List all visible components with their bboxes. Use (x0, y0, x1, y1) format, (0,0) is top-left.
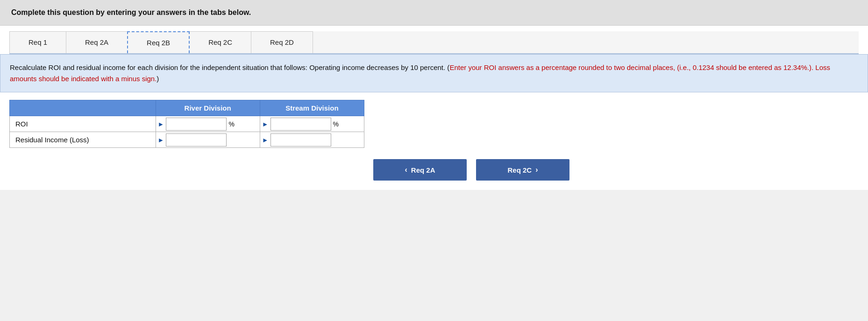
tabs-wrapper: Req 1 Req 2A Req 2B Req 2C Req 2D (0, 26, 868, 54)
residual-river-input-wrapper: ► (158, 133, 258, 147)
prev-button-label: Req 2A (411, 166, 435, 174)
residual-stream-arrow: ► (262, 136, 269, 144)
prev-chevron-icon: ‹ (405, 166, 407, 174)
table-row-residual: Residual Income (Loss) ► ► (10, 132, 364, 148)
residual-river-input[interactable] (166, 133, 227, 147)
table-section: River Division Stream Division ROI ► % (0, 92, 868, 148)
residual-stream-cell: ► (260, 132, 364, 148)
next-button[interactable]: Req 2C › (476, 159, 569, 181)
buttons-area: ‹ Req 2A Req 2C › (75, 148, 868, 190)
roi-river-arrow: ► (158, 120, 164, 128)
data-table: River Division Stream Division ROI ► % (9, 100, 364, 148)
residual-label: Residual Income (Loss) (10, 132, 156, 148)
roi-stream-input[interactable] (270, 118, 331, 131)
page-wrapper: Complete this question by entering your … (0, 0, 868, 321)
table-header-river: River Division (156, 100, 260, 116)
roi-river-cell: ► % (156, 116, 260, 132)
roi-stream-input-wrapper: ► % (262, 118, 362, 131)
tab-req2c[interactable]: Req 2C (189, 31, 251, 53)
roi-river-percent: % (228, 120, 234, 128)
next-button-label: Req 2C (507, 166, 532, 174)
roi-stream-cell: ► % (260, 116, 364, 132)
header-text: Complete this question by entering your … (11, 8, 251, 16)
roi-river-input-wrapper: ► % (158, 118, 258, 131)
roi-stream-arrow: ► (262, 120, 269, 128)
tab-req2a[interactable]: Req 2A (66, 31, 128, 53)
description-main-text: Recalculate ROI and residual income for … (10, 63, 830, 83)
roi-river-input[interactable] (166, 118, 227, 131)
prev-button[interactable]: ‹ Req 2A (373, 159, 467, 181)
tab-req2d[interactable]: Req 2D (251, 31, 313, 53)
roi-label: ROI (10, 116, 156, 132)
header-bar: Complete this question by entering your … (0, 0, 868, 26)
main-content: Req 1 Req 2A Req 2B Req 2C Req 2D Recalc… (0, 26, 868, 190)
residual-river-cell: ► (156, 132, 260, 148)
residual-river-arrow: ► (158, 136, 164, 144)
table-header-empty (10, 100, 156, 116)
roi-stream-percent: % (333, 120, 339, 128)
tabs-container: Req 1 Req 2A Req 2B Req 2C Req 2D (9, 31, 859, 54)
next-chevron-icon: › (535, 166, 538, 174)
table-row-roi: ROI ► % ► % (10, 116, 364, 132)
tab-req1[interactable]: Req 1 (9, 31, 66, 53)
table-header-stream: Stream Division (260, 100, 364, 116)
tab-req2b[interactable]: Req 2B (127, 31, 190, 53)
description-red-text: Enter your ROI answers as a percentage r… (10, 63, 830, 83)
residual-stream-input-wrapper: ► (262, 133, 362, 147)
residual-stream-input[interactable] (270, 133, 331, 147)
description-area: Recalculate ROI and residual income for … (0, 54, 868, 92)
